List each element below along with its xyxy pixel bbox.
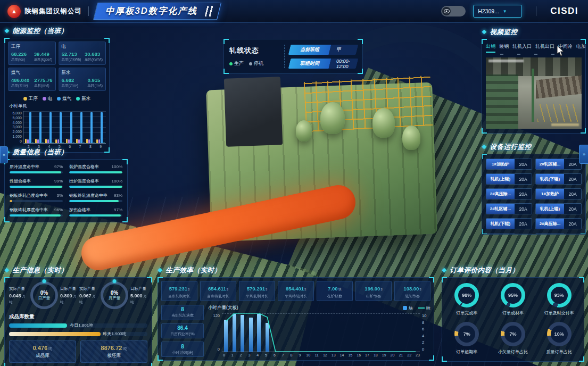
x-tick-label: 15 xyxy=(346,353,354,357)
bar-新水 xyxy=(93,143,95,143)
video-tab-出钢[interactable]: 出钢 xyxy=(486,43,495,53)
bar-工序 xyxy=(96,139,98,144)
efficiency-card: 7.00块在炉块数 xyxy=(317,281,353,301)
efficiency-card: 654.401s平均待轧时长 xyxy=(278,281,314,301)
shift-badge: 班组时间00:00-12:00 xyxy=(288,59,359,69)
order-gauge-percent: 93% xyxy=(554,293,564,298)
steel-id-value: H2309... xyxy=(478,8,499,14)
inventory-bars: 今日1.801吨昨天1.903吨 xyxy=(9,323,147,336)
orders-panel: ❖ 订单评价内容（当月） 98%订单完成率95%订单成材率93%订单及时交付率7… xyxy=(442,266,584,362)
gauge-dot xyxy=(43,279,46,283)
hourly-chart-right-axis: 1086420 xyxy=(420,313,430,352)
video-tab-中间冷[interactable]: 中间冷 xyxy=(558,43,573,53)
quality-item: 出炉温度合格率100% xyxy=(69,178,122,188)
bar-电 xyxy=(47,139,49,143)
legend-dot xyxy=(43,97,46,101)
efficiency-card-top: 7.00块 xyxy=(318,283,351,293)
order-gauge-hole: 10% xyxy=(551,326,568,343)
x-tick-label: 19 xyxy=(380,353,388,357)
energy-value: 39.449 xyxy=(34,51,53,57)
order-gauge: 93%订单及时交付率 xyxy=(537,283,581,316)
quality-progress-fill xyxy=(10,171,61,173)
bar-电 xyxy=(88,139,90,143)
video-feed-rolling-line xyxy=(536,75,582,98)
y-tick-label: 0 xyxy=(422,347,424,352)
video-tab-装钢[interactable]: 装钢 xyxy=(499,43,509,53)
device-name xyxy=(486,234,515,235)
diamond-icon: ❖ xyxy=(4,28,10,35)
video-tab-轧机入口[interactable]: 轧机入口 xyxy=(512,43,532,53)
collapse-handle-left[interactable]: « xyxy=(0,146,8,163)
shift-badge-value: 甲 xyxy=(329,45,359,55)
efficiency-label: 平均待轧时长 xyxy=(279,294,312,299)
video-tab-电加热[interactable]: 电加热 xyxy=(576,43,585,53)
order-gauge-ring: 10% xyxy=(547,322,572,346)
panel-corner xyxy=(147,363,152,366)
tons-line-series xyxy=(222,313,420,352)
efficiency-label: 出炉节奏 xyxy=(357,294,390,299)
energy-chart-plot xyxy=(23,111,106,144)
company-logo-icon: ▲ xyxy=(7,5,21,18)
quality-panel: ❖ 质量信息（当班） 层冷温度命中率97%装炉温度合格率100%性能合格率99%… xyxy=(4,148,128,222)
efficiency-value: 654.401 xyxy=(286,286,304,292)
y-tick-label: 120 xyxy=(213,313,220,318)
efficiency-panel: ❖ 生产效率（实时） 579.231s当班轧制时长654.611s当班待轧时长5… xyxy=(158,266,434,361)
warehouse-value: 0.476吨 xyxy=(33,345,53,352)
device-current-value: 20A xyxy=(515,204,532,214)
status-dot xyxy=(249,62,252,65)
quality-item-header: 装炉温度合格率100% xyxy=(69,164,122,170)
y-tick-label: 6,000 xyxy=(12,111,22,115)
quality-value: 3% xyxy=(56,193,63,198)
collapse-handle-right[interactable]: » xyxy=(579,145,588,164)
energy-value-block: 39.449单耗(kgce/t) xyxy=(34,51,53,62)
target-value: 0.800 万吨 xyxy=(60,293,79,305)
panel-corner xyxy=(358,69,363,74)
efficiency-card: 196.00s出炉节奏 xyxy=(355,281,392,301)
quality-item-header: 出炉温度合格率100% xyxy=(69,178,122,184)
visibility-toggle[interactable] xyxy=(441,6,466,16)
production-gauge: 实际产量0.967 万吨0%月产量目标产量5.000 万吨 xyxy=(79,281,150,309)
order-gauge-label: 订单及时交付率 xyxy=(544,310,574,316)
efficiency-card-top: 579.201s xyxy=(241,283,274,293)
bar-煤气 xyxy=(60,112,62,143)
rolling-status-badges: 当前班组甲班组时间00:00-12:00 xyxy=(289,45,357,69)
y-tick-label: 5,000 xyxy=(12,116,22,120)
quality-item: 钢板终轧凸度命中率3% xyxy=(10,193,63,202)
quality-panel-body: 层冷温度命中率97%装炉温度合格率100%性能合格率99%出炉温度合格率100%… xyxy=(4,159,128,222)
y-tick-label: 4 xyxy=(422,334,424,338)
energy-value-block: 486.040总量(万m³) xyxy=(11,77,29,88)
bar-煤气 xyxy=(90,112,93,143)
device-current-value xyxy=(564,234,581,235)
device-current-value: 20A xyxy=(564,204,581,214)
video-panel-title: ❖ 视频监控 xyxy=(482,28,586,37)
video-tab-轧机出口[interactable]: 轧机出口 xyxy=(535,43,554,53)
order-gauge-ring: 98% xyxy=(454,283,479,307)
video-timestamp-overlay xyxy=(488,60,524,62)
energy-card-values: 486.040总量(万m³)2775.76单耗(m³/t) xyxy=(11,77,53,88)
efficiency-unit: s xyxy=(188,287,189,291)
quality-label: 层冷温度命中率 xyxy=(10,164,39,170)
y-tick-label: 2,000 xyxy=(12,130,22,134)
device-current-value xyxy=(515,234,532,235)
bar-工序 xyxy=(25,139,27,143)
quality-item: 层冷温度命中率97% xyxy=(10,164,63,173)
video-feed[interactable] xyxy=(486,57,582,129)
quality-item: 性能合格率99% xyxy=(10,178,63,188)
steel-id-dropdown[interactable]: H2309... ▼ xyxy=(473,5,522,18)
page-title: 中厚板3D数字化产线 xyxy=(105,5,197,17)
device-name: 1#加热炉 xyxy=(536,189,564,199)
energy-value: 6.682 xyxy=(62,77,78,83)
legend-item: 工序 xyxy=(23,96,38,102)
devices-panel: ❖ 设备运行监控 1#加热炉20A2#轧区辅...20A轧机(上辊)20A轧机(… xyxy=(482,143,586,235)
y-tick-label: 4,000 xyxy=(12,121,22,124)
energy-unit: 总量(tce) xyxy=(11,57,27,62)
order-gauge-label: 订单完成率 xyxy=(456,310,477,316)
device-chip: 轧机(下辊)20A xyxy=(486,218,532,229)
inventory-day-value: 1.801吨 xyxy=(78,323,93,328)
quality-progress-fill xyxy=(10,186,62,188)
efficiency-value: 108.00 xyxy=(403,286,419,292)
diamond-icon: ❖ xyxy=(482,144,487,151)
legend-item: 新水 xyxy=(76,96,90,102)
efficiency-unit: s xyxy=(304,287,306,291)
efficiency-card: 108.00s轧制节奏 xyxy=(394,281,430,301)
